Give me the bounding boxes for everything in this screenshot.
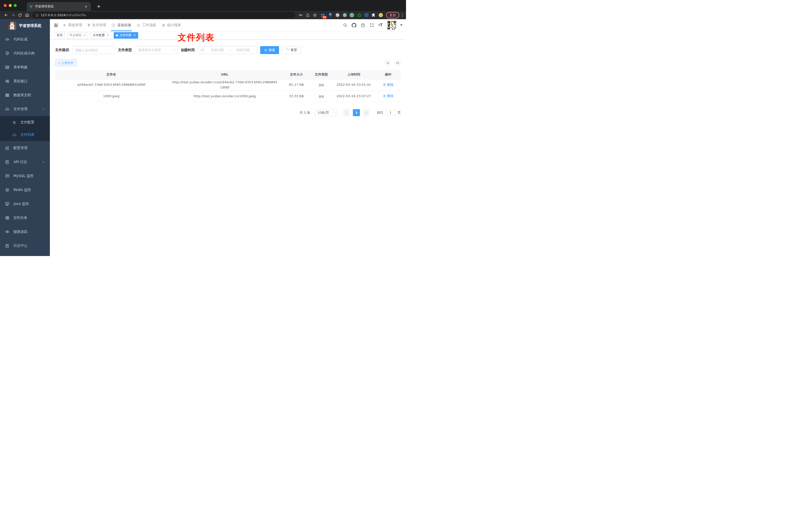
- sidebar-logo[interactable]: 芋道管理系统: [0, 19, 50, 32]
- minimize-window-button[interactable]: [9, 4, 12, 7]
- sidebar-item-java[interactable]: Java 监控: [0, 197, 50, 211]
- file-table: 文件名 URL 文件大小 文件类型 上传时间 操作 a294ecb2-73dd-…: [55, 70, 401, 102]
- sidebar-item-redis[interactable]: Redis 监控: [0, 183, 50, 197]
- sidebar-item-file-list[interactable]: 文件列表: [0, 129, 50, 141]
- extension-star-icon[interactable]: [357, 13, 361, 18]
- sidebar-item-label: 代码生成示例: [13, 51, 34, 56]
- reset-button[interactable]: 重置: [282, 46, 301, 54]
- tag-label: 首页: [57, 33, 63, 37]
- close-window-button[interactable]: [4, 4, 7, 7]
- extension-puzzle-icon[interactable]: [371, 13, 376, 18]
- layers-icon: [5, 188, 9, 192]
- share-icon[interactable]: [304, 12, 311, 19]
- browser-tab-title: 芋道管理系统: [35, 4, 84, 9]
- extension-dot-icon[interactable]: [342, 13, 347, 18]
- shield-check-icon: [5, 51, 9, 56]
- sidebar-item-db-doc[interactable]: 数据库文档: [0, 88, 50, 102]
- tag-file-list[interactable]: 文件列表✕: [114, 32, 138, 39]
- github-icon[interactable]: [352, 23, 356, 28]
- file-type-select[interactable]: 请选择文件类型: [135, 46, 178, 54]
- browser-tab[interactable]: 芋道管理系统 ×: [27, 2, 91, 11]
- tag-close-icon[interactable]: ✕: [83, 34, 86, 37]
- upload-file-button[interactable]: + 上传文件: [55, 59, 77, 66]
- delete-button[interactable]: 删除: [383, 94, 394, 98]
- tag-file-config[interactable]: 文件配置✕: [90, 32, 111, 39]
- sidebar-item-file-manage[interactable]: 文件管理: [0, 102, 50, 116]
- sidebar-item-mysql[interactable]: MySQL 监控: [0, 169, 50, 183]
- date-range-picker[interactable]: 开始日期 - 结束日期: [198, 46, 257, 54]
- sidebar-item-system-api[interactable]: 系统接口: [0, 74, 50, 88]
- topnav-item-system[interactable]: 系统管理: [60, 19, 85, 31]
- password-key-icon[interactable]: [297, 12, 304, 19]
- help-icon[interactable]: [360, 23, 365, 28]
- search-icon[interactable]: [343, 23, 347, 27]
- home-icon[interactable]: [24, 12, 30, 19]
- extension-grid-icon[interactable]: 11: [321, 13, 325, 18]
- browser-menu-icon[interactable]: [401, 13, 404, 17]
- search-button[interactable]: 搜索: [260, 46, 279, 54]
- sidebar-item-code-gen[interactable]: 代码生成: [0, 32, 50, 47]
- chrome-update-button[interactable]: 更新: [386, 12, 399, 19]
- extension-emoji-icon[interactable]: [379, 13, 383, 18]
- sidebar-item-job[interactable]: 定时任务: [0, 211, 50, 225]
- sidebar-item-file-config[interactable]: 文件配置: [0, 116, 50, 129]
- app-title: 芋道管理系统: [19, 24, 41, 28]
- font-size-icon[interactable]: TT: [378, 23, 382, 27]
- sidebar-item-label: 链路追踪: [13, 230, 27, 234]
- maximize-window-button[interactable]: [14, 4, 17, 7]
- sidebar-item-log-center[interactable]: 日志中心: [0, 239, 50, 253]
- prev-page-button[interactable]: [343, 109, 350, 116]
- back-icon[interactable]: [2, 12, 9, 19]
- sidebar-item-label: Redis 监控: [13, 188, 31, 192]
- topnav-item-pay[interactable]: ¥ 支付管理: [85, 19, 109, 31]
- extension-eye-icon[interactable]: [364, 13, 369, 18]
- url-bar[interactable]: i 127.0.0.1:1024/infra/file/file: [32, 12, 295, 19]
- reset-button-label: 重置: [291, 48, 297, 52]
- topnav-item-workflow[interactable]: 工作流程: [134, 19, 159, 31]
- user-avatar-qr[interactable]: [387, 20, 397, 30]
- page-size-select[interactable]: 10条/页: [315, 109, 338, 116]
- refresh-icon: [286, 49, 289, 52]
- topnav-label: 工作流程: [142, 23, 156, 27]
- active-dot: [116, 34, 118, 36]
- sidebar-item-form-builder[interactable]: 表单构建: [0, 60, 50, 74]
- select-placeholder: 请选择文件类型: [138, 48, 161, 52]
- col-file-name: 文件名: [55, 70, 167, 79]
- new-tab-button[interactable]: +: [95, 3, 103, 9]
- next-page-button[interactable]: [363, 109, 369, 116]
- tab-close-icon[interactable]: ×: [84, 4, 89, 8]
- chevron-right-icon: [365, 111, 368, 114]
- db-table-icon: [5, 93, 9, 97]
- extension-gem-icon[interactable]: [328, 13, 332, 18]
- tag-close-icon[interactable]: ✕: [106, 34, 109, 37]
- tag-profile[interactable]: 个人中心✕: [67, 32, 88, 39]
- fullscreen-icon[interactable]: [370, 23, 374, 27]
- tag-close-icon[interactable]: ✕: [133, 34, 136, 37]
- table-toolbar: + 上传文件: [55, 59, 401, 66]
- delete-button[interactable]: 删除: [383, 83, 394, 87]
- extension-y-icon[interactable]: Y: [350, 13, 354, 18]
- forward-icon[interactable]: [9, 12, 17, 19]
- refresh-table-button[interactable]: [394, 60, 401, 66]
- toggle-search-button[interactable]: [384, 60, 391, 66]
- topnav-label: 基础设施: [117, 23, 131, 27]
- sidebar-submenu-file: 文件配置 文件列表: [0, 116, 50, 141]
- reload-icon[interactable]: [17, 12, 24, 19]
- avatar-caret-down-icon[interactable]: [400, 24, 403, 26]
- extension-command-icon[interactable]: [335, 13, 340, 18]
- goto-page-input[interactable]: [385, 110, 396, 116]
- topnav-item-report[interactable]: 统计报表: [159, 19, 184, 31]
- site-info-icon[interactable]: i: [35, 13, 39, 17]
- current-page-button[interactable]: 1: [353, 109, 360, 116]
- sidebar-item-config-manage[interactable]: 配置管理: [0, 141, 50, 155]
- tag-home[interactable]: 首页: [54, 32, 65, 39]
- sidebar-item-api-log[interactable]: API 日志: [0, 155, 50, 169]
- cell-file-size: 33.33 KB: [282, 90, 311, 102]
- bookmark-star-icon[interactable]: [311, 12, 318, 19]
- sidebar-fold-icon[interactable]: [54, 23, 58, 28]
- sidebar-item-code-demo[interactable]: 代码生成示例: [0, 47, 50, 60]
- file-path-input[interactable]: [72, 46, 115, 54]
- topnav-item-infra[interactable]: 基础设施: [109, 19, 134, 31]
- sidebar-item-label: 数据库文档: [13, 93, 31, 97]
- sidebar-item-trace[interactable]: 链路追踪: [0, 225, 50, 239]
